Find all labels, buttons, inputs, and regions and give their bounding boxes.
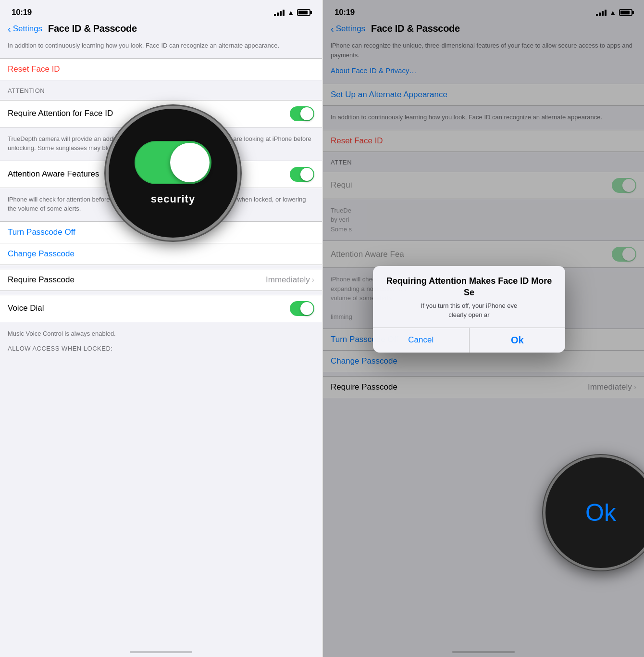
modal-ok-button[interactable]: Ok: [470, 328, 566, 353]
modal-dialog: Requiring Attention Makes Face ID More S…: [373, 266, 565, 353]
status-icons-left: ▲: [274, 9, 310, 16]
voice-dial-item[interactable]: Voice Dial: [0, 295, 322, 322]
attention-header: ATTENTION: [0, 84, 322, 96]
left-phone-screen: 10:19 ▲ ‹ Settings Face ID & Passcode: [0, 0, 322, 657]
voice-dial-group: Voice Dial: [0, 295, 322, 322]
allow-access-header: ALLOW ACCESS WHEN LOCKED:: [0, 342, 322, 354]
back-button-left[interactable]: ‹ Settings: [8, 24, 42, 34]
reset-face-id-label: Reset Face ID: [8, 64, 314, 74]
back-chevron-left: ‹: [8, 24, 11, 34]
back-label-left: Settings: [13, 24, 42, 34]
status-time-left: 10:19: [12, 8, 32, 17]
battery-icon-left: [297, 9, 310, 16]
modal-cancel-button[interactable]: Cancel: [373, 328, 470, 353]
voice-dial-label: Voice Dial: [8, 303, 290, 313]
change-passcode-label: Change Passcode: [8, 249, 314, 259]
home-indicator-left: [130, 651, 192, 653]
reset-face-id-item[interactable]: Reset Face ID: [0, 59, 322, 80]
require-passcode-item[interactable]: Require Passcode Immediately ›: [0, 269, 322, 291]
magnify-label: security: [151, 193, 195, 205]
zoom-ok-text: Ok: [585, 499, 616, 527]
status-bar-left: 10:19 ▲: [0, 0, 322, 21]
reset-face-id-group: Reset Face ID: [0, 58, 322, 80]
alternate-desc-left: In addition to continuously learning how…: [0, 38, 322, 54]
attention-aware-toggle[interactable]: [290, 167, 314, 182]
change-passcode-item[interactable]: Change Passcode: [0, 243, 322, 265]
require-attention-toggle[interactable]: [290, 106, 314, 121]
magnify-overlay: security: [106, 106, 240, 240]
require-passcode-value: Immediately ›: [266, 275, 314, 285]
modal-title: Requiring Attention Makes Face ID More S…: [373, 266, 565, 301]
modal-body: If you turn this off, your iPhone eve cl…: [373, 301, 565, 328]
voice-dial-toggle[interactable]: [290, 301, 314, 316]
chevron-icon-require: ›: [312, 276, 314, 284]
modal-actions: Cancel Ok: [373, 328, 565, 353]
require-passcode-label: Require Passcode: [8, 275, 266, 285]
wifi-icon-left: ▲: [287, 9, 294, 16]
magnified-toggle: [135, 141, 211, 184]
signal-icon-left: [274, 9, 285, 16]
modal-backdrop: Requiring Attention Makes Face ID More S…: [323, 0, 644, 657]
require-passcode-group: Require Passcode Immediately ›: [0, 269, 322, 291]
right-phone-screen: 10:19 ▲ ‹ Settings Face ID & Passcode iP…: [322, 0, 644, 657]
voice-dial-desc: Music Voice Control is always enabled.: [0, 326, 322, 342]
zoom-circle-right: Ok: [543, 455, 644, 570]
page-title-left: Face ID & Passcode: [48, 23, 137, 34]
nav-bar-left: ‹ Settings Face ID & Passcode: [0, 21, 322, 38]
